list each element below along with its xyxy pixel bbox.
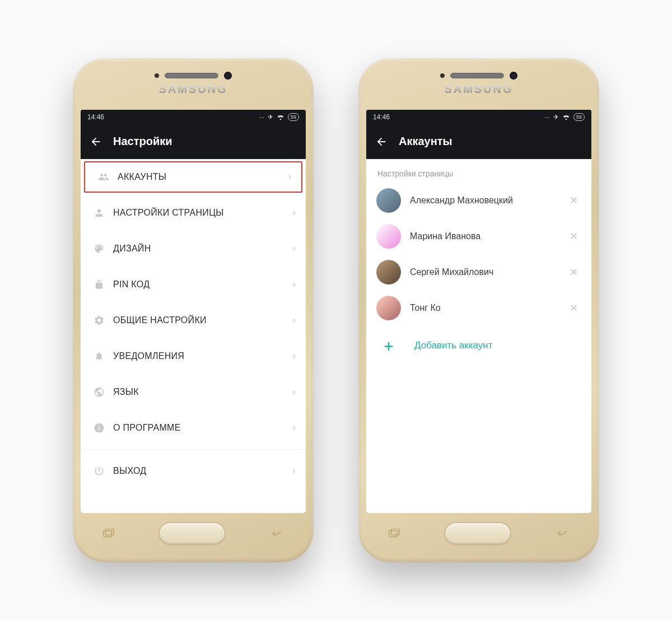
svg-rect-3 [391,529,399,535]
avatar [376,224,401,249]
settings-item-general[interactable]: ОБЩИЕ НАСТРОЙКИ › [81,302,306,338]
svg-rect-1 [106,529,114,535]
settings-list: АККАУНТЫ › НАСТРОЙКИ СТРАНИЦЫ › ДИЗАЙН › [81,159,306,513]
chevron-right-icon: › [292,386,296,398]
palette-icon [91,243,108,254]
phone-mockup-1: SAMSUNG 14:46 ··· ✈ 59 Настройки [73,58,314,562]
remove-account-button[interactable]: ✕ [566,191,581,210]
speaker-grille [450,73,504,78]
home-button[interactable] [444,522,511,546]
settings-item-label: PIN КОД [113,279,292,290]
settings-item-label: АККАУНТЫ [118,172,288,182]
back-button[interactable] [375,136,388,148]
settings-item-pin[interactable]: PIN КОД › [81,267,306,302]
account-row[interactable]: Тонг Ко ✕ [366,290,591,326]
battery-indicator: 59 [573,113,585,121]
status-time: 14:46 [373,113,390,121]
settings-item-label: ДИЗАЙН [113,244,292,254]
recents-button[interactable] [388,529,400,539]
back-nav-button[interactable] [269,529,284,539]
screen-1: 14:46 ··· ✈ 59 Настройки АККАУНТЫ [81,110,306,513]
account-row[interactable]: Марина Иванова ✕ [366,218,591,254]
settings-item-label: НАСТРОЙКИ СТРАНИЦЫ [113,208,292,218]
settings-item-design[interactable]: ДИЗАЙН › [81,231,306,267]
device-brand: SAMSUNG [444,83,513,96]
settings-item-label: О ПРОГРАММЕ [113,423,292,433]
app-bar-title: Аккаунты [399,135,452,148]
phone-mockup-2: SAMSUNG 14:46 ··· ✈ 59 Аккаунты Настройк… [358,58,599,562]
account-row[interactable]: Сергей Михайлович ✕ [366,254,591,290]
remove-account-button[interactable]: ✕ [566,263,581,282]
settings-item-label: ВЫХОД [113,466,292,476]
status-bar: 14:46 ··· ✈ 59 [366,110,591,124]
settings-item-label: УВЕДОМЛЕНИЯ [113,351,292,361]
screen-2: 14:46 ··· ✈ 59 Аккаунты Настройки страни… [366,110,591,513]
bell-icon [91,351,108,362]
lock-icon [91,279,108,290]
divider [81,449,306,450]
remove-account-button[interactable]: ✕ [566,227,581,246]
settings-item-language[interactable]: ЯЗЫК › [81,374,306,410]
avatar [376,188,401,213]
recents-button[interactable] [102,529,115,539]
avatar [376,296,401,320]
info-icon [91,422,108,433]
svg-rect-2 [389,530,397,537]
account-name: Тонг Ко [410,303,557,313]
phone-top-bezel: SAMSUNG [366,66,591,110]
app-bar-title: Настройки [113,135,172,148]
sensor-dot [440,73,445,78]
settings-item-label: ЯЗЫК [113,387,292,397]
add-account-button[interactable]: ＋ Добавить аккаунт [366,326,591,366]
person-icon [91,207,108,218]
settings-item-logout[interactable]: ВЫХОД › [81,453,306,489]
avatar [376,260,401,285]
sensor-dot [155,73,159,78]
power-icon [91,465,108,477]
settings-item-page[interactable]: НАСТРОЙКИ СТРАНИЦЫ › [81,195,306,231]
chevron-right-icon: › [292,314,296,326]
app-bar: Настройки [81,124,306,159]
back-button[interactable] [90,136,102,148]
phone-top-bezel: SAMSUNG [81,66,306,110]
app-bar: Аккаунты [366,124,591,159]
front-camera [224,72,232,80]
section-header: Настройки страницы [366,159,591,183]
android-nav-bar [366,513,591,554]
remove-account-button[interactable]: ✕ [566,299,581,318]
add-account-label: Добавить аккаунт [414,340,493,351]
globe-icon [91,386,108,398]
plus-icon: ＋ [376,336,401,356]
chevron-right-icon: › [288,171,291,183]
accounts-list: Настройки страницы Александр Махновецкий… [366,159,591,513]
chevron-right-icon: › [292,465,296,477]
wifi-icon [277,114,284,120]
account-row[interactable]: Александр Махновецкий ✕ [366,183,591,218]
status-bar: 14:46 ··· ✈ 59 [81,110,306,124]
settings-item-label: ОБЩИЕ НАСТРОЙКИ [113,315,292,325]
account-name: Марина Иванова [410,231,557,241]
device-brand: SAMSUNG [158,83,227,96]
people-icon [95,171,112,183]
home-button[interactable] [158,522,226,546]
chevron-right-icon: › [292,422,296,433]
back-nav-button[interactable] [555,529,570,539]
android-nav-bar [81,513,306,554]
gear-icon [91,315,108,326]
battery-indicator: 59 [288,113,299,121]
more-icon: ··· [544,113,550,121]
airplane-icon: ✈ [268,113,273,121]
settings-item-notifications[interactable]: УВЕДОМЛЕНИЯ › [81,338,306,374]
account-name: Александр Махновецкий [410,195,557,206]
airplane-icon: ✈ [553,113,559,121]
chevron-right-icon: › [292,243,296,254]
chevron-right-icon: › [292,350,296,362]
status-time: 14:46 [87,113,104,121]
settings-item-accounts[interactable]: АККАУНТЫ › [84,161,302,193]
more-icon: ··· [259,113,264,121]
account-name: Сергей Михайлович [410,267,557,277]
svg-rect-0 [104,530,111,537]
front-camera [510,72,517,80]
settings-item-about[interactable]: О ПРОГРАММЕ › [81,410,306,446]
wifi-icon [562,114,570,120]
